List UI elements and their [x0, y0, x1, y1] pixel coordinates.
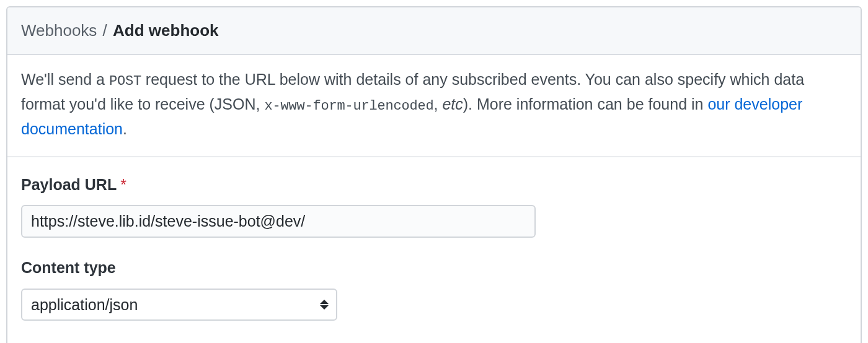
content-type-label-text: Content type: [21, 259, 116, 276]
form-body: Payload URL* Content type application/js…: [7, 157, 861, 343]
payload-url-input[interactable]: [21, 205, 536, 238]
payload-url-label-text: Payload URL: [21, 176, 117, 193]
content-type-group: Content type application/json: [21, 256, 847, 321]
required-mark: *: [120, 176, 126, 193]
content-type-select[interactable]: application/json: [21, 289, 337, 321]
desc-text: ,: [433, 95, 442, 113]
payload-url-group: Payload URL*: [21, 173, 847, 238]
desc-period: .: [123, 120, 127, 137]
desc-code-post: POST: [109, 74, 141, 89]
content-type-select-wrap: application/json: [21, 289, 337, 321]
desc-text: ). More information can be found in: [463, 95, 708, 113]
desc-code-encoding: x-www-form-urlencoded: [264, 98, 433, 114]
desc-text: We'll send a: [21, 71, 109, 88]
payload-url-label: Payload URL*: [21, 173, 847, 197]
desc-em-etc: etc: [442, 95, 463, 113]
content-type-label: Content type: [21, 256, 847, 280]
webhook-panel: Webhooks / Add webhook We'll send a POST…: [6, 6, 862, 343]
breadcrumb-parent[interactable]: Webhooks: [21, 21, 97, 40]
breadcrumb-current: Add webhook: [113, 21, 218, 40]
panel-header: Webhooks / Add webhook: [7, 7, 861, 55]
panel-description: We'll send a POST request to the URL bel…: [7, 55, 861, 157]
breadcrumb-separator: /: [102, 21, 108, 40]
